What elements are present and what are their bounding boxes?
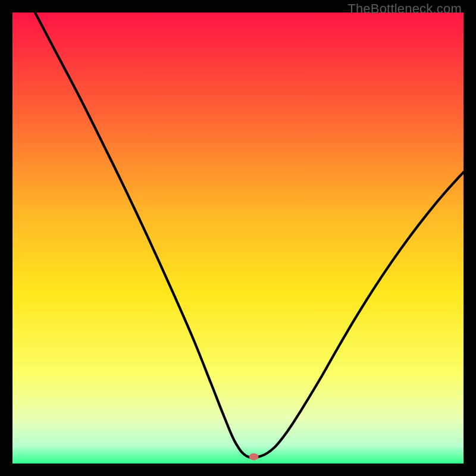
chart-frame [12, 12, 464, 464]
gradient-background [12, 12, 464, 464]
watermark-text: TheBottleneck.com [347, 1, 462, 17]
current-point-marker [249, 453, 259, 461]
bottleneck-chart [12, 12, 464, 464]
